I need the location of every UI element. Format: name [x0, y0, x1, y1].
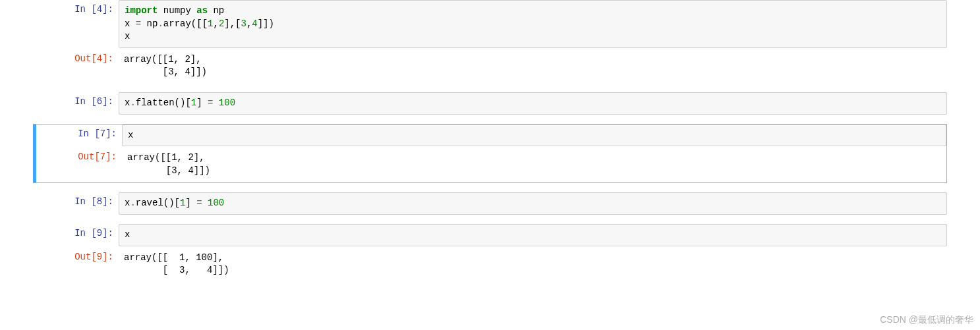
notebook-container: In [4]: import numpy as np x = np.array(…: [0, 0, 980, 281]
code-cell-6[interactable]: In [6]: x.flatten()[1] = 100: [33, 92, 947, 115]
code-input-area[interactable]: x.flatten()[1] = 100: [119, 92, 947, 115]
output-cell-9: Out[9]: array([[ 1, 100], [ 3, 4]]): [33, 248, 947, 281]
code-cell-7[interactable]: In [7]: x: [36, 124, 946, 147]
input-prompt: In [9]:: [33, 224, 119, 246]
output-text: array([[1, 2], [3, 4]]): [122, 148, 946, 181]
output-prompt: Out[4]:: [33, 49, 119, 83]
output-prompt: Out[9]:: [33, 248, 119, 281]
output-cell-4: Out[4]: array([[1, 2], [3, 4]]): [33, 49, 947, 83]
code-input-area[interactable]: x: [122, 124, 946, 147]
watermark-text: CSDN @最低调的奢华: [880, 314, 973, 326]
code-cell-9[interactable]: In [9]: x: [33, 224, 947, 246]
input-prompt: In [7]:: [36, 124, 122, 147]
output-cell-7: Out[7]: array([[1, 2], [3, 4]]): [36, 148, 946, 181]
cell-group-6: In [6]: x.flatten()[1] = 100: [33, 92, 947, 115]
output-prompt: Out[7]:: [36, 148, 122, 181]
cell-group-7-selected: In [7]: x Out[7]: array([[1, 2], [3, 4]]…: [33, 124, 947, 184]
cell-group-9: In [9]: x Out[9]: array([[ 1, 100], [ 3,…: [33, 224, 947, 281]
input-prompt: In [8]:: [33, 192, 119, 215]
code-cell-8[interactable]: In [8]: x.ravel()[1] = 100: [33, 192, 947, 215]
code-input-area[interactable]: x.ravel()[1] = 100: [119, 192, 947, 215]
output-text: array([[ 1, 100], [ 3, 4]]): [119, 248, 947, 281]
output-text: array([[1, 2], [3, 4]]): [119, 49, 947, 83]
code-input-area[interactable]: import numpy as np x = np.array([[1,2],[…: [119, 0, 947, 48]
input-prompt: In [6]:: [33, 92, 119, 115]
cell-group-4: In [4]: import numpy as np x = np.array(…: [33, 0, 947, 83]
code-input-area[interactable]: x: [119, 224, 947, 246]
input-prompt: In [4]:: [33, 0, 119, 48]
cell-group-8: In [8]: x.ravel()[1] = 100: [33, 192, 947, 215]
code-cell-4[interactable]: In [4]: import numpy as np x = np.array(…: [33, 0, 947, 48]
